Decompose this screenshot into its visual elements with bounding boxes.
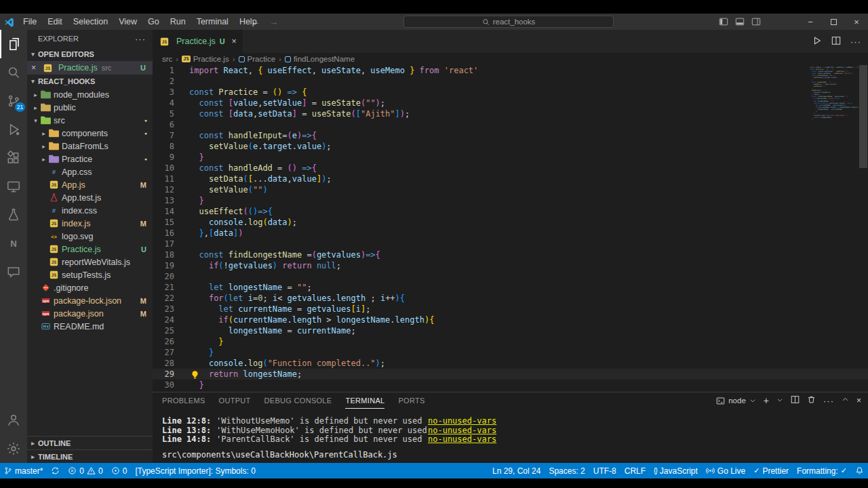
tree-item-logo-svg[interactable]: <>logo.svg xyxy=(27,230,153,243)
close-tab-icon[interactable]: × xyxy=(232,37,237,46)
code-line[interactable]: 1import React, { useEffect, useState, us… xyxy=(153,65,868,76)
tree-item-node-modules[interactable]: ▸node_modules xyxy=(27,88,153,101)
code-line[interactable]: 8 setValue(e.target.value); xyxy=(153,141,868,152)
activity-extensions[interactable] xyxy=(0,144,27,172)
eslint-rule-link[interactable]: no-unused-vars xyxy=(428,426,496,436)
activity-settings[interactable] xyxy=(0,434,27,463)
maximize-panel-icon[interactable] xyxy=(842,396,849,405)
encoding-item[interactable]: UTF-8 xyxy=(589,463,620,479)
terminal-shell-selector[interactable]: node xyxy=(716,396,756,405)
panel-tab-problems[interactable]: PROBLEMS xyxy=(162,392,205,409)
code-line[interactable]: 20 xyxy=(153,271,868,282)
tree-item-readme-md[interactable]: README.md xyxy=(27,320,153,333)
terminal-dropdown-icon[interactable] xyxy=(776,396,783,405)
kill-terminal-button[interactable] xyxy=(807,395,816,406)
tree-item-components[interactable]: ▸components● xyxy=(27,127,153,140)
activity-search[interactable] xyxy=(0,58,27,87)
panel-more-actions[interactable]: ··· xyxy=(823,396,834,406)
eslint-rule-link[interactable]: no-unused-vars xyxy=(428,435,496,445)
menu-selection[interactable]: Selection xyxy=(68,17,113,26)
breadcrumb-item-practice-js[interactable]: JSPractice.js xyxy=(182,55,229,63)
activity-explorer[interactable] xyxy=(0,30,27,58)
editor-more-actions[interactable]: ··· xyxy=(850,37,861,47)
open-editors-header[interactable]: ▾ OPEN EDITORS xyxy=(27,47,153,61)
tree-item-src[interactable]: ▾src● xyxy=(27,114,153,127)
code-line[interactable]: 27 } xyxy=(153,347,868,358)
code-line[interactable]: 9 } xyxy=(153,152,868,163)
activity-accounts[interactable] xyxy=(0,406,27,434)
tree-item-public[interactable]: ▸public xyxy=(27,101,153,114)
tree-item-reportwebvitals-js[interactable]: JSreportWebVitals.js xyxy=(27,256,153,268)
code-line[interactable]: 3const Practice = () => { xyxy=(153,87,868,98)
tree-item-package-lock-json[interactable]: npmpackage-lock.jsonM xyxy=(27,294,153,307)
code-line[interactable]: 17 xyxy=(153,239,868,249)
timeline-header[interactable]: ▸ TIMELINE xyxy=(27,449,153,463)
prettier-item[interactable]: ✓ Prettier xyxy=(749,463,793,479)
code-line[interactable]: 18 const findLongestName =(getvalues)=>{ xyxy=(153,249,868,260)
code-line[interactable]: 25 longestName = currentName; xyxy=(153,325,868,336)
breadcrumb-item-src[interactable]: src xyxy=(162,55,172,63)
tree-item-app-test-js[interactable]: App.test.js xyxy=(27,191,153,204)
menu-go[interactable]: Go xyxy=(142,17,165,26)
code-line[interactable]: 23 let currentName = getvalues[i]; xyxy=(153,304,868,314)
language-mode-item[interactable]: {} JavaScript xyxy=(650,463,702,479)
code-line[interactable]: 26 } xyxy=(153,336,868,347)
panel-tab-output[interactable]: OUTPUT xyxy=(219,392,251,409)
outline-header[interactable]: ▸ OUTLINE xyxy=(27,436,153,449)
tree-item-index-js[interactable]: JSindex.jsM xyxy=(27,217,153,230)
editor-scrollbar[interactable] xyxy=(859,65,868,392)
close-editor-icon[interactable]: × xyxy=(31,63,39,73)
panel-tab-debug-console[interactable]: DEBUG CONSOLE xyxy=(264,392,332,409)
notifications-bell-icon[interactable] xyxy=(851,463,868,479)
close-button[interactable]: × xyxy=(845,14,868,30)
toggle-sidebar-icon[interactable] xyxy=(719,17,728,26)
toggle-panel-icon[interactable] xyxy=(735,17,745,26)
split-editor-button[interactable] xyxy=(831,36,841,47)
menu-run[interactable]: Run xyxy=(165,17,191,26)
code-line[interactable]: 14 useEffect(()=>{ xyxy=(153,206,868,217)
code-line[interactable]: 19 if(!getvalues) return null; xyxy=(153,260,868,271)
tree-item-practice[interactable]: ▸Practice● xyxy=(27,152,153,165)
code-line[interactable]: 11 setData([...data,value]); xyxy=(153,174,868,184)
code-line[interactable]: 16 },[data]) xyxy=(153,228,868,239)
indentation-item[interactable]: Spaces: 2 xyxy=(545,463,589,479)
minimap[interactable]: import React, { useEffect, useState, use… xyxy=(810,66,859,121)
new-terminal-button[interactable]: + xyxy=(764,395,769,406)
close-panel-icon[interactable]: × xyxy=(856,396,861,405)
code-editor[interactable]: 1import React, { useEffect, useState, us… xyxy=(153,65,868,392)
panel-tab-ports[interactable]: PORTS xyxy=(398,392,425,409)
code-line[interactable]: 28 console.log("Function completed.."); xyxy=(153,358,868,369)
eol-item[interactable]: CRLF xyxy=(620,463,650,479)
code-line[interactable]: 22 for(let i=0; i< getvalues.length ; i+… xyxy=(153,293,868,304)
tree-item-app-js[interactable]: JSApp.jsM xyxy=(27,178,153,191)
cursor-position-item[interactable]: Ln 29, Col 24 xyxy=(488,463,545,479)
activity-run-debug[interactable] xyxy=(0,115,27,144)
go-live-item[interactable]: Go Live xyxy=(702,463,749,479)
tree-item-setuptests-js[interactable]: JSsetupTests.js xyxy=(27,268,153,281)
tree-item-gitignore[interactable]: .gitignore xyxy=(27,281,153,294)
status-counter-item[interactable]: 0 xyxy=(107,463,132,479)
activity-remote-explorer[interactable] xyxy=(0,172,27,201)
nav-back-icon[interactable]: ← xyxy=(251,17,260,27)
tab-practice-js[interactable]: JS Practice.js U × xyxy=(153,30,243,53)
maximize-button[interactable] xyxy=(822,14,845,30)
code-line[interactable]: 13 } xyxy=(153,195,868,206)
tree-item-app-css[interactable]: #App.css xyxy=(27,165,153,178)
terminal-output[interactable]: Line 12:8:'WithoutUseMemo' is defined bu… xyxy=(153,409,868,460)
ts-importer-item[interactable]: [TypeScript Importer]: Symbols: 0 xyxy=(131,463,259,479)
activity-chat[interactable] xyxy=(0,258,27,286)
code-line[interactable]: 29 return longestName; xyxy=(153,369,868,380)
toggle-secondary-sidebar-icon[interactable] xyxy=(751,17,761,26)
activity-nx-console[interactable]: N xyxy=(0,229,27,258)
formatting-item[interactable]: Formatting: ✓ xyxy=(793,463,851,479)
code-line[interactable]: 5 const [data,setData] = useState(["Ajit… xyxy=(153,108,868,119)
code-line[interactable]: 15 console.log(data); xyxy=(153,217,868,228)
split-terminal-button[interactable] xyxy=(791,395,800,406)
code-line[interactable]: 21 let longestName = ""; xyxy=(153,282,868,293)
command-center-search[interactable]: react_hooks xyxy=(403,16,614,28)
tree-item-datafromls[interactable]: ▸DataFromLs xyxy=(27,140,153,152)
activity-source-control[interactable]: 21 xyxy=(0,87,27,115)
problems-item[interactable]: 0 0 xyxy=(64,463,106,479)
code-line[interactable]: 2 xyxy=(153,76,868,87)
git-branch-item[interactable]: master* xyxy=(0,463,47,479)
